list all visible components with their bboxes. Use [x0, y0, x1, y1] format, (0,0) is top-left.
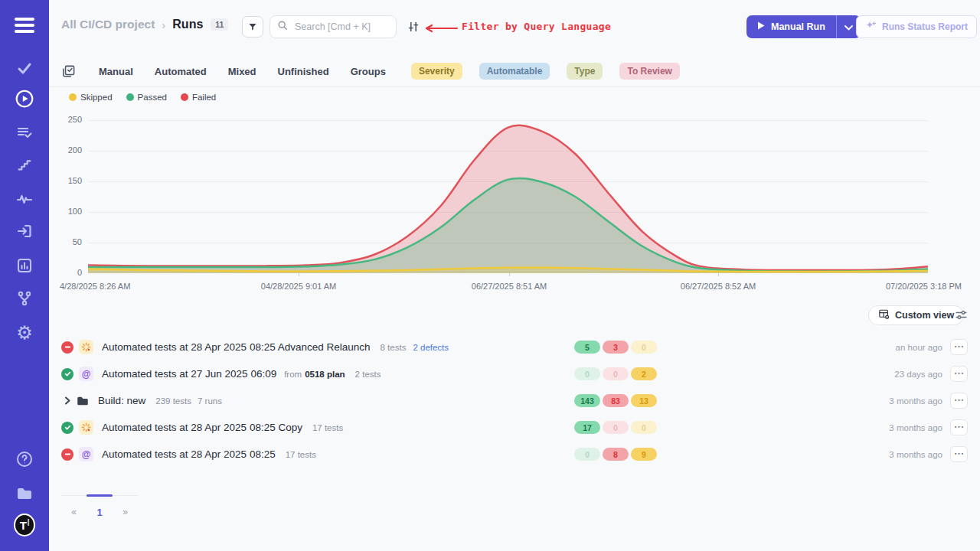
legend-label: Failed: [192, 93, 216, 102]
group-runs-count: 7 runs: [198, 396, 222, 406]
sign-in-icon[interactable]: [14, 220, 35, 242]
run-title[interactable]: Automated tests at 28 Apr 2025 08:25 Adv…: [102, 341, 371, 353]
custom-view-button[interactable]: Custom view: [868, 305, 964, 325]
settings-gear-icon[interactable]: ⚙: [14, 322, 35, 344]
run-row[interactable]: @ Automated tests at 27 Jun 2025 06:09 f…: [61, 360, 968, 387]
x-axis-tick: [718, 273, 719, 276]
tests-icon[interactable]: [14, 57, 35, 79]
result-pills: 17 0 0: [574, 421, 657, 434]
filter-funnel-button[interactable]: [242, 16, 263, 37]
legend-item[interactable]: Skipped: [69, 93, 113, 102]
activity-icon[interactable]: [14, 188, 35, 210]
burst-icon: [79, 340, 93, 354]
x-axis-label: 4/28/2025 8:26 AM: [60, 282, 130, 291]
legend-item[interactable]: Failed: [181, 93, 216, 102]
x-axis-tick: [509, 273, 510, 276]
tab-unfinished[interactable]: Unfinished: [278, 66, 329, 77]
annotation-arrow: [422, 22, 459, 36]
tab-manual[interactable]: Manual: [99, 66, 133, 77]
filter-chip-severity[interactable]: Severity: [411, 63, 462, 80]
pagination-first-button[interactable]: «: [61, 507, 87, 518]
x-axis-label: 06/27/2025 8:52 AM: [681, 282, 756, 291]
run-title[interactable]: Automated tests at 28 Apr 2025 08:25 Cop…: [102, 422, 302, 433]
steps-icon[interactable]: [14, 154, 35, 175]
group-tests-count: 239 tests: [155, 396, 191, 406]
run-title[interactable]: Automated tests at 28 Apr 2025 08:25: [102, 448, 276, 460]
breadcrumb-separator: ›: [162, 18, 165, 31]
tab-groups[interactable]: Groups: [351, 66, 386, 77]
run-from-label: from: [284, 370, 302, 379]
failed-status-icon: [61, 448, 74, 461]
breadcrumb-project[interactable]: All CI/CD project: [61, 18, 155, 31]
skipped-pill: 9: [631, 448, 657, 461]
failed-pill: 0: [603, 421, 629, 434]
pagination-page-1[interactable]: 1: [87, 507, 113, 518]
tabs-divider: [49, 86, 980, 87]
annotation-text: Filter by Query Language: [462, 21, 611, 32]
query-filter-icon[interactable]: [407, 21, 420, 36]
breadcrumb: All CI/CD project › Runs 11: [61, 18, 228, 31]
app-logo[interactable]: T|: [14, 514, 35, 536]
custom-view-label: Custom view: [895, 310, 954, 321]
runs-status-report-label: Runs Status Report: [882, 21, 968, 32]
run-time: 23 days ago: [894, 370, 942, 379]
more-button[interactable]: ⋯: [950, 419, 968, 435]
select-all-icon[interactable]: [61, 64, 76, 79]
menu-icon[interactable]: [14, 15, 35, 36]
legend-item[interactable]: Passed: [126, 93, 167, 102]
passed-pill: 0: [574, 448, 600, 461]
analytics-icon[interactable]: [14, 255, 35, 276]
run-title[interactable]: Automated tests at 27 Jun 2025 06:09: [102, 368, 276, 380]
run-row[interactable]: Automated tests at 28 Apr 2025 08:25 Cop…: [61, 414, 968, 441]
help-icon[interactable]: [14, 448, 35, 470]
tab-mixed[interactable]: Mixed: [228, 66, 256, 77]
filter-chip-automatable[interactable]: Automatable: [479, 63, 550, 80]
run-time: 3 months ago: [889, 396, 942, 406]
projects-folder-icon[interactable]: [14, 483, 35, 504]
passed-status-icon: [61, 368, 74, 380]
passed-pill: 0: [574, 367, 600, 380]
run-time: 3 months ago: [889, 423, 942, 432]
result-pills: 143 83 13: [574, 394, 657, 407]
run-time: 3 months ago: [889, 450, 942, 459]
group-title[interactable]: Build: new: [98, 395, 145, 406]
more-button[interactable]: ⋯: [950, 393, 968, 409]
expand-chevron-icon[interactable]: [61, 396, 74, 405]
search-input[interactable]: [293, 21, 389, 33]
branches-icon[interactable]: [14, 288, 35, 309]
x-axis-tick: [299, 273, 299, 276]
tab-automated[interactable]: Automated: [155, 66, 207, 77]
run-plan-name[interactable]: 0518 plan: [305, 370, 345, 379]
more-button[interactable]: ⋯: [950, 446, 968, 462]
failed-pill: 0: [603, 367, 629, 380]
chart-svg: [88, 111, 928, 276]
search-box[interactable]: [270, 15, 397, 38]
run-defects-link[interactable]: 2 defects: [413, 343, 449, 352]
filter-chip-to-review[interactable]: To Review: [619, 63, 679, 80]
pagination-last-button[interactable]: »: [113, 507, 138, 518]
manual-run-label: Manual Run: [771, 21, 825, 32]
chevron-down-icon: [844, 20, 853, 34]
burst-icon: [79, 420, 93, 435]
passed-status-icon: [61, 422, 74, 434]
test-plans-icon[interactable]: [14, 122, 35, 144]
runs-status-report-button[interactable]: Runs Status Report: [856, 15, 977, 38]
run-row[interactable]: Automated tests at 28 Apr 2025 08:25 Adv…: [61, 334, 968, 360]
more-button[interactable]: ⋯: [950, 366, 968, 382]
view-settings-icon[interactable]: [955, 308, 968, 324]
pagination-divider: [61, 495, 138, 496]
sparkles-icon: [865, 20, 877, 34]
skipped-pill: 2: [631, 367, 657, 380]
run-tests-count: 2 tests: [355, 370, 381, 379]
filter-chip-type[interactable]: Type: [567, 63, 603, 80]
pagination: « 1 »: [61, 495, 138, 518]
runs-icon[interactable]: [14, 88, 35, 109]
run-tests-count: 8 tests: [381, 343, 407, 352]
manual-run-button[interactable]: Manual Run: [746, 15, 836, 38]
run-row[interactable]: @ Automated tests at 28 Apr 2025 08:25 1…: [61, 441, 968, 468]
more-button[interactable]: ⋯: [950, 339, 968, 355]
result-pills: 0 0 2: [574, 367, 657, 380]
y-axis-label: 50: [49, 237, 82, 246]
run-row-group[interactable]: Build: new 239 tests 7 runs 143 83 13 3 …: [61, 387, 968, 414]
y-axis-label: 250: [49, 115, 82, 124]
